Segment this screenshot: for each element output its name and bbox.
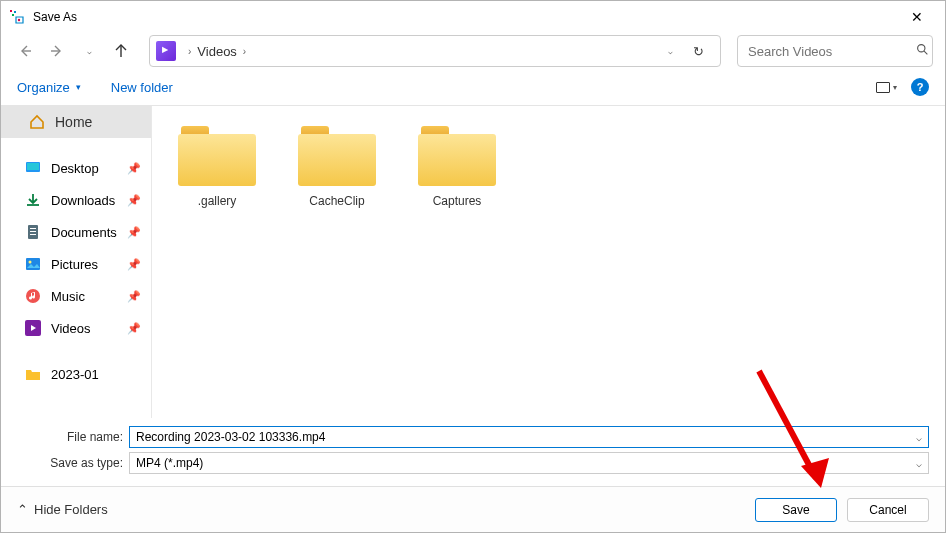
sidebar-item-label: Downloads	[51, 193, 115, 208]
filename-value: Recording 2023-03-02 103336.mp4	[136, 430, 325, 444]
dialog-footer: ⌃ Hide Folders Save Cancel	[1, 486, 945, 532]
folder-item[interactable]: .gallery	[172, 126, 262, 208]
folder-icon	[178, 126, 256, 186]
chevron-up-icon: ⌃	[17, 502, 28, 517]
svg-rect-10	[30, 234, 36, 235]
filetype-label: Save as type:	[17, 456, 129, 470]
svg-rect-9	[30, 231, 36, 232]
search-input[interactable]	[748, 44, 916, 59]
titlebar: Save As ✕	[1, 1, 945, 33]
videos-icon	[25, 320, 41, 336]
sidebar-item-label: Home	[55, 114, 92, 130]
scrollbar-thumb[interactable]	[151, 106, 152, 241]
sidebar-item-home[interactable]: Home	[1, 106, 151, 138]
filename-label: File name:	[17, 430, 129, 444]
view-mode-button[interactable]: ▾	[876, 82, 897, 93]
folder-icon	[298, 126, 376, 186]
svg-rect-11	[26, 258, 40, 270]
filetype-select[interactable]: MP4 (*.mp4) ⌵	[129, 452, 929, 474]
sidebar-item-2023-01[interactable]: 2023-01	[1, 358, 151, 390]
sidebar-item-documents[interactable]: Documents 📌	[1, 216, 151, 248]
breadcrumb-sep-icon: ›	[188, 46, 191, 57]
pictures-icon	[25, 256, 41, 272]
breadcrumb-sep-icon: ›	[243, 46, 246, 57]
sidebar-item-music[interactable]: Music 📌	[1, 280, 151, 312]
folder-icon	[418, 126, 496, 186]
sidebar-item-label: Documents	[51, 225, 117, 240]
chevron-down-icon: ⌵	[916, 458, 922, 469]
save-button[interactable]: Save	[755, 498, 837, 522]
chevron-down-icon: ▾	[893, 83, 897, 92]
folder-item[interactable]: CacheClip	[292, 126, 382, 208]
help-button[interactable]: ?	[911, 78, 929, 96]
arrow-up-icon	[113, 43, 129, 59]
videos-location-icon	[156, 41, 176, 61]
svg-point-12	[29, 261, 32, 264]
back-button[interactable]	[13, 39, 37, 63]
filename-input[interactable]: Recording 2023-03-02 103336.mp4 ⌵	[129, 426, 929, 448]
document-icon	[25, 224, 41, 240]
desktop-icon	[25, 160, 41, 176]
explorer-body: Home Desktop 📌 Downloads 📌 Documents 📌 P…	[1, 105, 945, 418]
folder-label: CacheClip	[309, 194, 364, 208]
home-icon	[29, 114, 45, 130]
sidebar-item-label: Desktop	[51, 161, 99, 176]
app-icon	[9, 9, 25, 25]
folder-content-area[interactable]: .gallery CacheClip Captures	[151, 106, 945, 418]
folder-item[interactable]: Captures	[412, 126, 502, 208]
svg-rect-1	[14, 11, 16, 13]
sidebar-item-downloads[interactable]: Downloads 📌	[1, 184, 151, 216]
forward-button[interactable]	[45, 39, 69, 63]
navigation-row: ⌵ › Videos › ⌵ ↻	[1, 33, 945, 69]
pin-icon: 📌	[127, 194, 141, 207]
chevron-down-icon[interactable]: ⌵	[916, 432, 922, 443]
pin-icon: 📌	[127, 162, 141, 175]
organize-menu[interactable]: Organize	[17, 80, 81, 95]
chevron-down-icon: ⌵	[87, 47, 92, 56]
close-button[interactable]: ✕	[897, 2, 937, 32]
pin-icon: 📌	[127, 322, 141, 335]
svg-rect-2	[12, 14, 14, 16]
music-icon	[25, 288, 41, 304]
hide-folders-button[interactable]: ⌃ Hide Folders	[17, 502, 108, 517]
breadcrumb-bar[interactable]: › Videos › ⌵ ↻	[149, 35, 721, 67]
filetype-value: MP4 (*.mp4)	[136, 456, 203, 470]
view-mode-icon	[876, 82, 890, 93]
search-icon	[916, 43, 929, 59]
pin-icon: 📌	[127, 226, 141, 239]
download-icon	[25, 192, 41, 208]
sidebar-item-label: Pictures	[51, 257, 98, 272]
folder-label: .gallery	[198, 194, 237, 208]
folder-label: Captures	[433, 194, 482, 208]
sidebar-item-pictures[interactable]: Pictures 📌	[1, 248, 151, 280]
svg-rect-0	[10, 10, 12, 12]
svg-point-3	[18, 19, 20, 21]
arrow-left-icon	[17, 43, 33, 59]
sidebar-item-label: Videos	[51, 321, 91, 336]
hide-folders-label: Hide Folders	[34, 502, 108, 517]
save-form: File name: Recording 2023-03-02 103336.m…	[1, 418, 945, 486]
sidebar-item-videos[interactable]: Videos 📌	[1, 312, 151, 344]
arrow-right-icon	[49, 43, 65, 59]
cancel-button[interactable]: Cancel	[847, 498, 929, 522]
svg-point-4	[918, 45, 925, 52]
svg-rect-6	[27, 163, 39, 170]
refresh-button[interactable]: ↻	[693, 44, 704, 59]
sidebar-item-label: 2023-01	[51, 367, 99, 382]
up-button[interactable]	[109, 39, 133, 63]
new-folder-button[interactable]: New folder	[111, 80, 173, 95]
chevron-down-icon[interactable]: ⌵	[668, 47, 673, 56]
window-title: Save As	[33, 10, 897, 24]
sidebar-item-desktop[interactable]: Desktop 📌	[1, 152, 151, 184]
sidebar: Home Desktop 📌 Downloads 📌 Documents 📌 P…	[1, 106, 151, 418]
recent-dropdown[interactable]: ⌵	[77, 39, 101, 63]
breadcrumb-location: Videos	[197, 44, 237, 59]
pin-icon: 📌	[127, 290, 141, 303]
pin-icon: 📌	[127, 258, 141, 271]
search-box[interactable]	[737, 35, 933, 67]
folder-icon	[25, 366, 41, 382]
toolbar: Organize New folder ▾ ?	[1, 69, 945, 105]
svg-rect-8	[30, 228, 36, 229]
sidebar-item-label: Music	[51, 289, 85, 304]
